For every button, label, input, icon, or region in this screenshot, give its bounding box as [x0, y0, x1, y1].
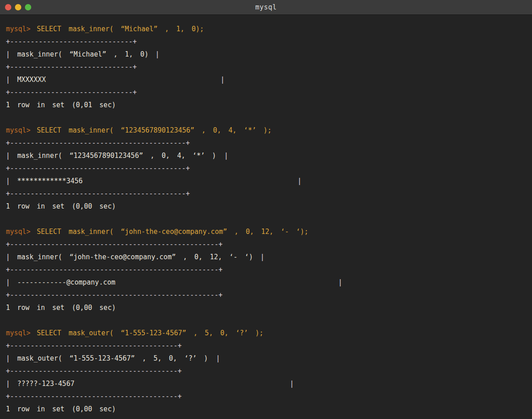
table-pipe: |	[155, 48, 159, 61]
query-block-3: mysql>SELECT mask_inner( “john-the-ceo@c…	[6, 225, 526, 314]
maximize-button[interactable]	[25, 4, 31, 10]
table-header-row: |mask_inner( “Michael” , 1, 0)|	[6, 48, 526, 61]
table-header-row: |mask_inner( “1234567890123456” , 0, 4, …	[6, 149, 526, 162]
result-value: ************3456	[17, 177, 83, 185]
table-pipe: |	[6, 177, 10, 185]
table-pipe: |	[6, 278, 10, 286]
command-line: mysql>SELECT mask_inner( “john-the-ceo@c…	[6, 225, 526, 238]
window-title: mysql	[255, 3, 277, 11]
table-header-row: |mask_inner( “john-the-ceo@company.com” …	[6, 251, 526, 263]
table-border: +---------------------------------------…	[6, 187, 526, 200]
table-border: +---------------------------------------…	[6, 162, 526, 175]
query-block-4: mysql>SELECT mask_outer( “1-555-123-4567…	[6, 327, 526, 415]
status-line: 1 row in set (0,00 sec)	[6, 200, 526, 213]
table-pipe: |	[6, 354, 10, 362]
column-header: mask_inner( “Michael” , 1, 0)	[17, 50, 149, 58]
table-border: +------------------------------+	[6, 35, 526, 48]
terminal-window: mysql mysql>SELECT mask_inner( “Michael”…	[0, 0, 532, 419]
command-line: mysql>SELECT mask_inner( “Michael” , 1, …	[6, 23, 526, 35]
table-value-row: |------------@company.com|	[6, 276, 526, 289]
table-value-row: |MXXXXXX|	[6, 73, 526, 86]
table-border: +---------------------------------------…	[6, 289, 526, 301]
query-block-2: mysql>SELECT mask_inner( “12345678901234…	[6, 124, 526, 213]
column-header: mask_inner( “1234567890123456” , 0, 4, ‘…	[17, 152, 216, 160]
table-border: +---------------------------------------…	[6, 390, 526, 403]
table-header-row: |mask_outer( “1-555-123-4567” , 5, 0, ‘?…	[6, 352, 526, 365]
table-value-row: |************3456|	[6, 175, 526, 187]
table-pipe: |	[297, 175, 302, 187]
table-border: +---------------------------------------…	[6, 365, 526, 377]
traffic-lights	[5, 0, 31, 14]
table-border: +---------------------------------------…	[6, 137, 526, 149]
command-line: mysql>SELECT mask_inner( “12345678901234…	[6, 124, 526, 137]
query-block-1: mysql>SELECT mask_inner( “Michael” , 1, …	[6, 23, 526, 111]
sql-command: SELECT mask_inner( “john-the-ceo@company…	[37, 228, 308, 236]
sql-command: SELECT mask_outer( “1-555-123-4567” , 5,…	[37, 329, 264, 337]
close-button[interactable]	[5, 4, 11, 10]
table-pipe: |	[216, 352, 220, 365]
mysql-prompt: mysql>	[6, 329, 30, 337]
sql-command: SELECT mask_inner( “1234567890123456” , …	[37, 126, 272, 134]
table-border: +------------------------------+	[6, 86, 526, 99]
sql-command: SELECT mask_inner( “Michael” , 1, 0);	[37, 25, 204, 33]
mysql-prompt: mysql>	[6, 126, 30, 134]
column-header: mask_inner( “john-the-ceo@company.com” ,…	[17, 253, 253, 261]
command-line: mysql>SELECT mask_outer( “1-555-123-4567…	[6, 327, 526, 339]
table-pipe: |	[220, 73, 225, 86]
table-pipe: |	[6, 76, 10, 84]
table-pipe: |	[6, 253, 10, 261]
table-pipe: |	[224, 149, 228, 162]
mysql-prompt: mysql>	[6, 25, 30, 33]
table-pipe: |	[6, 152, 10, 160]
minimize-button[interactable]	[15, 4, 21, 10]
status-line: 1 row in set (0,00 sec)	[6, 301, 526, 314]
table-pipe: |	[6, 380, 10, 388]
result-value: ------------@company.com	[17, 278, 115, 286]
table-border: +---------------------------------------…	[6, 339, 526, 352]
table-border: +---------------------------------------…	[6, 263, 526, 276]
status-line: 1 row in set (0,01 sec)	[6, 99, 526, 111]
result-value: MXXXXXX	[17, 76, 46, 84]
result-value: ?????-123-4567	[17, 380, 74, 388]
title-bar[interactable]: mysql	[0, 0, 532, 15]
status-line: 1 row in set (0,00 sec)	[6, 403, 526, 415]
table-border: +------------------------------+	[6, 61, 526, 73]
column-header: mask_outer( “1-555-123-4567” , 5, 0, ‘?’…	[17, 354, 208, 362]
table-pipe: |	[260, 251, 264, 263]
table-pipe: |	[6, 50, 10, 58]
terminal-content[interactable]: mysql>SELECT mask_inner( “Michael” , 1, …	[0, 15, 532, 419]
table-value-row: |?????-123-4567|	[6, 377, 526, 390]
mysql-prompt: mysql>	[6, 228, 30, 236]
table-pipe: |	[290, 377, 294, 390]
table-border: +---------------------------------------…	[6, 238, 526, 251]
table-pipe: |	[338, 276, 342, 289]
